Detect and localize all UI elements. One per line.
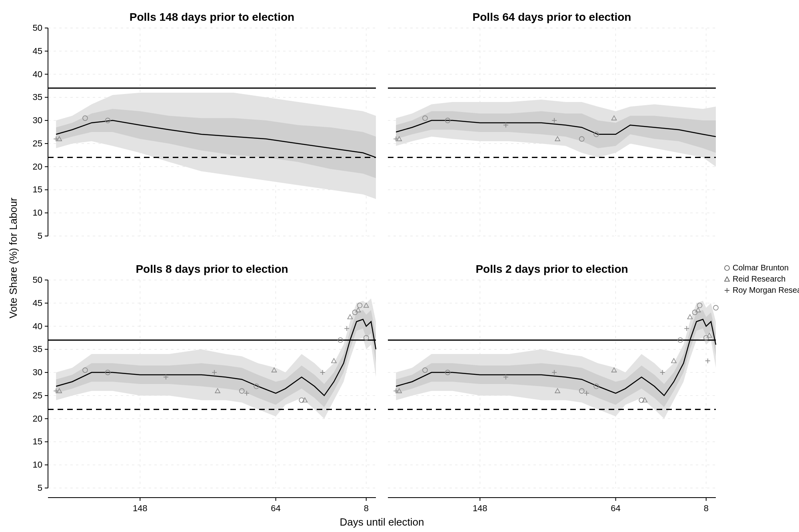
svg-text:8: 8: [704, 503, 709, 513]
svg-text:Polls 2 days prior to election: Polls 2 days prior to election: [475, 263, 628, 275]
svg-text:50: 50: [33, 23, 42, 33]
svg-point-147: [725, 266, 729, 270]
svg-text:5: 5: [38, 231, 42, 241]
svg-text:20: 20: [33, 162, 42, 172]
svg-text:Polls 148 days prior to electi: Polls 148 days prior to election: [130, 11, 294, 23]
svg-text:30: 30: [33, 367, 42, 377]
svg-text:64: 64: [611, 503, 620, 513]
svg-point-136: [713, 305, 718, 310]
svg-text:Roy Morgan Research: Roy Morgan Research: [733, 286, 799, 294]
svg-text:25: 25: [33, 138, 42, 148]
svg-text:Polls 8 days prior to election: Polls 8 days prior to election: [136, 263, 288, 275]
svg-text:30: 30: [33, 115, 42, 125]
svg-text:35: 35: [33, 92, 42, 102]
svg-text:8: 8: [364, 503, 369, 513]
svg-text:15: 15: [33, 436, 42, 446]
svg-text:148: 148: [133, 503, 148, 513]
poll-forecast-small-multiples: 5101520253035404550Polls 148 days prior …: [0, 0, 799, 532]
svg-text:15: 15: [33, 184, 42, 194]
svg-text:10: 10: [33, 460, 42, 470]
svg-text:45: 45: [33, 46, 42, 56]
svg-text:Polls 64 days prior to electio: Polls 64 days prior to election: [473, 11, 631, 23]
svg-text:Vote Share (%) for Labour: Vote Share (%) for Labour: [7, 198, 19, 318]
svg-text:64: 64: [271, 503, 280, 513]
svg-text:25: 25: [33, 390, 42, 400]
svg-text:35: 35: [33, 344, 42, 354]
svg-text:Days until election: Days until election: [340, 516, 424, 528]
svg-text:5: 5: [38, 483, 42, 493]
svg-text:45: 45: [33, 298, 42, 308]
svg-text:148: 148: [473, 503, 487, 513]
svg-text:20: 20: [33, 414, 42, 424]
svg-text:40: 40: [33, 69, 42, 79]
svg-text:50: 50: [33, 275, 42, 285]
svg-text:40: 40: [33, 321, 42, 331]
svg-text:10: 10: [33, 208, 42, 218]
svg-text:Colmar Brunton: Colmar Brunton: [733, 263, 789, 272]
svg-text:Reid Research: Reid Research: [733, 274, 785, 283]
